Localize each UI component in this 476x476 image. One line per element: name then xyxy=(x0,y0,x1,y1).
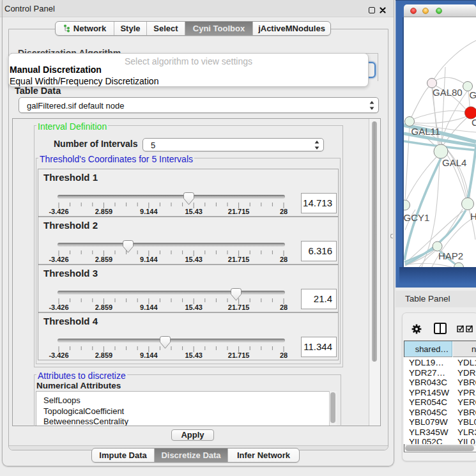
svg-text:HAP2: HAP2 xyxy=(438,250,463,261)
svg-text:GAL4: GAL4 xyxy=(442,157,466,168)
svg-text:C: C xyxy=(472,117,476,128)
svg-text:GAL80: GAL80 xyxy=(433,87,463,98)
svg-text:H: H xyxy=(470,211,476,222)
svg-text:GA: GA xyxy=(470,89,476,100)
svg-text:GAL11: GAL11 xyxy=(411,126,441,137)
svg-text:GCY1: GCY1 xyxy=(404,212,429,223)
